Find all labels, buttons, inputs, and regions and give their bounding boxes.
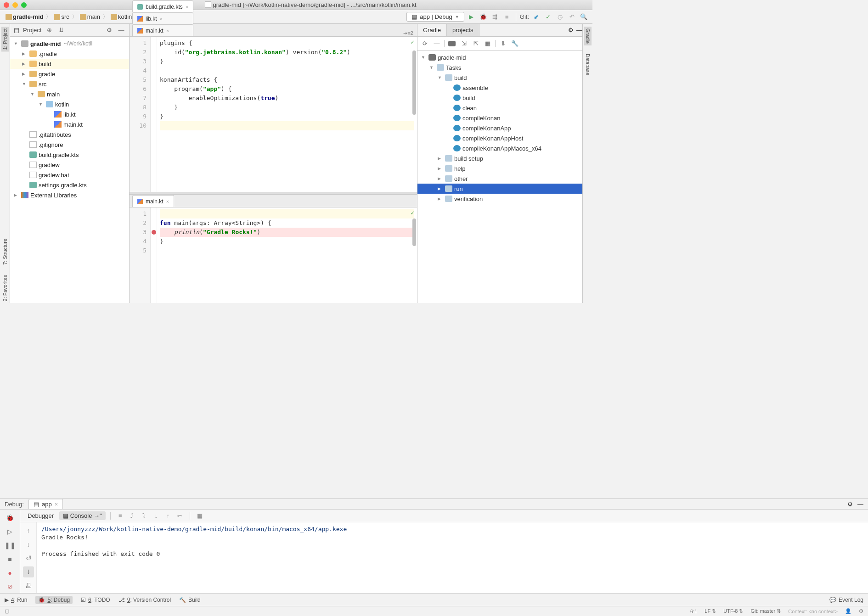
minimize-window-button[interactable] xyxy=(12,2,18,8)
right-tab-database[interactable]: Database xyxy=(584,52,592,77)
breadcrumb-item[interactable]: src xyxy=(52,12,71,21)
gradle-tab-projects[interactable]: projects xyxy=(447,24,479,36)
breadcrumb-item[interactable]: gradle-mid xyxy=(4,12,45,21)
gradle-task[interactable]: compileKonanApp xyxy=(417,123,582,133)
editor-tab[interactable]: main.kt× xyxy=(132,24,193,36)
code-area[interactable]: fun main(args: Array<String>) { println(… xyxy=(157,207,417,303)
scrollbar-thumb[interactable] xyxy=(412,50,416,115)
close-tab-icon[interactable]: × xyxy=(166,28,169,34)
breadcrumb-item[interactable]: kotlin xyxy=(109,12,134,21)
gradle-settings-button[interactable]: ⚙ xyxy=(568,27,574,34)
editor-tab[interactable]: main.kt × xyxy=(132,195,174,207)
gear-icon xyxy=(453,115,461,121)
kt-icon xyxy=(137,28,143,34)
left-tab-favorites[interactable]: 2: Favorites xyxy=(1,273,9,303)
gradle-task-group[interactable]: ▼build xyxy=(417,73,582,83)
run-button[interactable]: ▶ xyxy=(466,12,476,22)
breadcrumb-label: src xyxy=(61,13,69,20)
gradle-task[interactable]: clean xyxy=(417,103,582,113)
fold-gutter[interactable] xyxy=(151,37,157,192)
tree-item[interactable]: ▼main xyxy=(10,89,129,99)
gradle-task-group[interactable]: ▶run xyxy=(417,184,582,194)
git-commit-button[interactable]: ✓ xyxy=(543,12,553,22)
gradle-root[interactable]: ▼gradle-mid xyxy=(417,52,582,62)
expand-all-button[interactable]: ⇲ xyxy=(459,39,468,48)
tree-root[interactable]: ▼ gradle-mid ~/Work/kotli xyxy=(10,39,129,49)
gradle-task[interactable]: assemble xyxy=(417,83,582,93)
tree-item[interactable]: ▶build xyxy=(10,59,129,69)
gradle-task-group[interactable]: ▶verification xyxy=(417,194,582,204)
coverage-button[interactable]: ⇶ xyxy=(490,12,500,22)
gradle-task-group[interactable]: ▶help xyxy=(417,163,582,174)
tree-item[interactable]: build.gradle.kts xyxy=(10,150,129,160)
run-config-dropdown[interactable]: ▤ app | Debug ▼ xyxy=(406,12,464,22)
history-button[interactable]: ◷ xyxy=(555,12,565,22)
offline-button[interactable]: ⥮ xyxy=(498,39,507,48)
tree-item[interactable]: gradlew.bat xyxy=(10,170,129,180)
gradle-task-group[interactable]: ▶build setup xyxy=(417,153,582,163)
gradle-task[interactable]: build xyxy=(417,93,582,103)
gradle-elephant-icon[interactable] xyxy=(447,39,457,48)
gradle-tasks-node[interactable]: ▼Tasks xyxy=(417,62,582,73)
tree-item[interactable]: main.kt xyxy=(10,119,129,129)
gradle-tree[interactable]: ▼gradle-mid ▼Tasks ▼buildassemblebuildcl… xyxy=(417,50,582,303)
gradle-task[interactable]: compileKonanAppHost xyxy=(417,133,582,143)
project-settings-button[interactable]: ⚙ xyxy=(105,26,113,34)
code-area[interactable]: plugins { id("org.jetbrains.kotlin.konan… xyxy=(157,37,417,192)
tree-item[interactable]: ▼kotlin xyxy=(10,99,129,109)
breadcrumb-label: kotlin xyxy=(118,13,132,20)
inspection-ok-icon: ✓ xyxy=(411,39,414,45)
close-tab-icon[interactable]: × xyxy=(186,4,188,10)
tree-item[interactable]: .gitignore xyxy=(10,140,129,150)
editor-bottom[interactable]: 12345 fun main(args: Array<String>) { pr… xyxy=(130,207,417,303)
debug-button[interactable]: 🐞 xyxy=(478,12,488,22)
tree-item[interactable]: ▼src xyxy=(10,79,129,89)
gradle-task[interactable]: compileKonanAppMacos_x64 xyxy=(417,143,582,153)
project-tree[interactable]: ▼ gradle-mid ~/Work/kotli ▶.gradle▶build… xyxy=(10,37,129,303)
zoom-window-button[interactable] xyxy=(21,2,27,8)
refresh-button[interactable]: ⟳ xyxy=(420,39,429,48)
collapse-all-button[interactable]: ⇊ xyxy=(57,26,65,34)
tree-item[interactable]: settings.gradle.kts xyxy=(10,180,129,190)
revert-button[interactable]: ↶ xyxy=(567,12,577,22)
gradle-task[interactable]: compileKonan xyxy=(417,113,582,123)
stop-button[interactable]: ■ xyxy=(502,12,512,22)
editor-top[interactable]: 12345678910 plugins { id("org.jetbrains.… xyxy=(130,37,417,192)
hide-gradle-button[interactable]: — xyxy=(576,27,582,34)
search-button[interactable]: 🔍 xyxy=(579,12,589,22)
tree-item[interactable]: lib.kt xyxy=(10,109,129,119)
left-tab-structure[interactable]: 7: Structure xyxy=(1,237,9,267)
tree-item[interactable]: .gitattributes xyxy=(10,129,129,140)
tab-label: build.gradle.kts xyxy=(146,4,183,10)
gradle-tab-gradle[interactable]: Gradle xyxy=(417,24,447,36)
right-tab-gradle[interactable]: Gradle xyxy=(584,27,592,45)
detach-button[interactable]: — xyxy=(432,39,441,48)
breadcrumb-item[interactable]: main xyxy=(78,12,102,21)
close-window-button[interactable] xyxy=(4,2,9,8)
tab-label: main.kt xyxy=(146,28,163,34)
tree-item[interactable]: ▶.gradle xyxy=(10,49,129,59)
editor-tabs-bottom: main.kt × xyxy=(130,195,417,207)
tree-item[interactable]: ▶gradle xyxy=(10,69,129,79)
show-deps-button[interactable]: ▦ xyxy=(483,39,492,48)
editor-tab[interactable]: build.gradle.kts× xyxy=(132,0,193,12)
git-update-button[interactable]: ⬋ xyxy=(531,12,541,22)
editor-tab[interactable]: lib.kt× xyxy=(132,12,193,24)
breakpoint-icon[interactable] xyxy=(152,230,156,235)
scroll-from-source-button[interactable]: ⊕ xyxy=(45,26,53,34)
editor-area: build.gradle.kts×lib.kt×main.kt× ⇥≡2 123… xyxy=(130,24,417,303)
close-tab-icon[interactable]: × xyxy=(166,199,169,204)
tree-item[interactable]: gradlew xyxy=(10,160,129,170)
gradle-task-group[interactable]: ▶other xyxy=(417,174,582,184)
tree-external-libs[interactable]: ▶ External Libraries xyxy=(10,190,129,200)
collapse-all-button[interactable]: ⇱ xyxy=(471,39,480,48)
left-tab-project[interactable]: 1: Project xyxy=(1,27,9,51)
wrench-button[interactable]: 🔧 xyxy=(510,39,519,48)
split-indicator[interactable]: ⇥≡2 xyxy=(403,30,413,36)
close-tab-icon[interactable]: × xyxy=(160,16,163,22)
gutter: 12345 xyxy=(130,207,151,303)
hide-panel-button[interactable]: — xyxy=(117,26,125,34)
breakpoint-gutter[interactable] xyxy=(151,207,157,303)
scrollbar-thumb[interactable] xyxy=(412,218,416,246)
left-toolwindow-stripe: 1: Project 7: Structure 2: Favorites xyxy=(0,24,10,303)
